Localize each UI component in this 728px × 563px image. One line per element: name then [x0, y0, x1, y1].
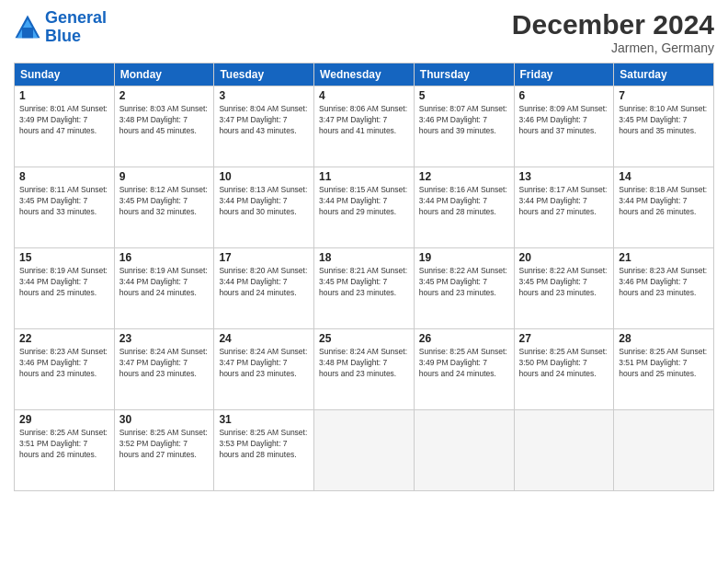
calendar-cell: 12Sunrise: 8:16 AM Sunset: 3:44 PM Dayli… — [414, 167, 514, 248]
day-number: 6 — [519, 89, 609, 102]
day-header-saturday: Saturday — [614, 63, 714, 86]
page: General Blue December 2024 Jarmen, Germa… — [0, 0, 728, 563]
day-header-tuesday: Tuesday — [214, 63, 314, 86]
day-number: 16 — [119, 251, 210, 264]
day-info: Sunrise: 8:23 AM Sunset: 3:46 PM Dayligh… — [619, 266, 709, 299]
calendar-cell: 24Sunrise: 8:24 AM Sunset: 3:47 PM Dayli… — [214, 329, 314, 410]
calendar-cell: 23Sunrise: 8:24 AM Sunset: 3:47 PM Dayli… — [114, 329, 214, 410]
calendar-cell: 14Sunrise: 8:18 AM Sunset: 3:44 PM Dayli… — [614, 167, 714, 248]
day-number: 31 — [219, 413, 309, 426]
day-number: 8 — [19, 170, 109, 183]
calendar-cell: 28Sunrise: 8:25 AM Sunset: 3:51 PM Dayli… — [614, 329, 714, 410]
week-row-1: 1Sunrise: 8:01 AM Sunset: 3:49 PM Daylig… — [15, 86, 714, 167]
day-info: Sunrise: 8:16 AM Sunset: 3:44 PM Dayligh… — [419, 185, 509, 218]
day-info: Sunrise: 8:19 AM Sunset: 3:44 PM Dayligh… — [119, 266, 210, 299]
day-info: Sunrise: 8:24 AM Sunset: 3:48 PM Dayligh… — [319, 347, 409, 380]
week-row-3: 15Sunrise: 8:19 AM Sunset: 3:44 PM Dayli… — [15, 248, 714, 329]
calendar-cell: 26Sunrise: 8:25 AM Sunset: 3:49 PM Dayli… — [414, 329, 514, 410]
day-number: 10 — [219, 170, 309, 183]
logo-text: General Blue — [45, 9, 107, 46]
day-info: Sunrise: 8:15 AM Sunset: 3:44 PM Dayligh… — [319, 185, 409, 218]
day-header-friday: Friday — [514, 63, 614, 86]
day-info: Sunrise: 8:25 AM Sunset: 3:50 PM Dayligh… — [519, 347, 609, 380]
calendar-cell — [614, 410, 714, 491]
calendar-cell: 21Sunrise: 8:23 AM Sunset: 3:46 PM Dayli… — [614, 248, 714, 329]
day-header-thursday: Thursday — [414, 63, 514, 86]
calendar-cell: 9Sunrise: 8:12 AM Sunset: 3:45 PM Daylig… — [114, 167, 214, 248]
calendar-cell: 10Sunrise: 8:13 AM Sunset: 3:44 PM Dayli… — [214, 167, 314, 248]
calendar-cell: 19Sunrise: 8:22 AM Sunset: 3:45 PM Dayli… — [414, 248, 514, 329]
day-number: 19 — [419, 251, 509, 264]
calendar-cell: 22Sunrise: 8:23 AM Sunset: 3:46 PM Dayli… — [15, 329, 115, 410]
day-info: Sunrise: 8:20 AM Sunset: 3:44 PM Dayligh… — [219, 266, 309, 299]
calendar-cell: 2Sunrise: 8:03 AM Sunset: 3:48 PM Daylig… — [114, 86, 214, 167]
day-info: Sunrise: 8:06 AM Sunset: 3:47 PM Dayligh… — [319, 104, 409, 137]
day-header-sunday: Sunday — [15, 63, 115, 86]
calendar-cell: 5Sunrise: 8:07 AM Sunset: 3:46 PM Daylig… — [414, 86, 514, 167]
calendar-cell: 16Sunrise: 8:19 AM Sunset: 3:44 PM Dayli… — [114, 248, 214, 329]
day-number: 29 — [19, 413, 109, 426]
day-info: Sunrise: 8:03 AM Sunset: 3:48 PM Dayligh… — [119, 104, 210, 137]
calendar-cell: 30Sunrise: 8:25 AM Sunset: 3:52 PM Dayli… — [114, 410, 214, 491]
day-info: Sunrise: 8:25 AM Sunset: 3:49 PM Dayligh… — [419, 347, 509, 380]
day-info: Sunrise: 8:13 AM Sunset: 3:44 PM Dayligh… — [219, 185, 309, 218]
calendar-cell: 3Sunrise: 8:04 AM Sunset: 3:47 PM Daylig… — [214, 86, 314, 167]
week-row-4: 22Sunrise: 8:23 AM Sunset: 3:46 PM Dayli… — [15, 329, 714, 410]
day-number: 22 — [19, 332, 109, 345]
logo-general: General — [45, 8, 107, 27]
day-number: 21 — [619, 251, 709, 264]
calendar-table: SundayMondayTuesdayWednesdayThursdayFrid… — [14, 63, 714, 491]
month-title: December 2024 — [512, 9, 714, 40]
day-number: 30 — [119, 413, 210, 426]
day-header-monday: Monday — [114, 63, 214, 86]
calendar-cell: 25Sunrise: 8:24 AM Sunset: 3:48 PM Dayli… — [314, 329, 415, 410]
day-info: Sunrise: 8:22 AM Sunset: 3:45 PM Dayligh… — [419, 266, 509, 299]
day-number: 23 — [119, 332, 210, 345]
day-info: Sunrise: 8:24 AM Sunset: 3:47 PM Dayligh… — [219, 347, 309, 380]
day-number: 28 — [619, 332, 709, 345]
calendar-cell — [314, 410, 415, 491]
day-number: 14 — [619, 170, 709, 183]
calendar-cell: 20Sunrise: 8:22 AM Sunset: 3:45 PM Dayli… — [514, 248, 614, 329]
day-number: 24 — [219, 332, 309, 345]
calendar-cell: 1Sunrise: 8:01 AM Sunset: 3:49 PM Daylig… — [15, 86, 115, 167]
calendar-cell: 31Sunrise: 8:25 AM Sunset: 3:53 PM Dayli… — [214, 410, 314, 491]
day-number: 12 — [419, 170, 509, 183]
day-number: 15 — [19, 251, 109, 264]
day-number: 17 — [219, 251, 309, 264]
calendar-cell: 6Sunrise: 8:09 AM Sunset: 3:46 PM Daylig… — [514, 86, 614, 167]
location: Jarmen, Germany — [512, 40, 714, 55]
day-number: 26 — [419, 332, 509, 345]
calendar-cell — [414, 410, 514, 491]
calendar-cell: 4Sunrise: 8:06 AM Sunset: 3:47 PM Daylig… — [314, 86, 415, 167]
calendar-cell: 7Sunrise: 8:10 AM Sunset: 3:45 PM Daylig… — [614, 86, 714, 167]
day-info: Sunrise: 8:25 AM Sunset: 3:51 PM Dayligh… — [619, 347, 709, 380]
svg-rect-2 — [22, 28, 33, 38]
day-number: 18 — [319, 251, 409, 264]
day-info: Sunrise: 8:12 AM Sunset: 3:45 PM Dayligh… — [119, 185, 210, 218]
day-info: Sunrise: 8:04 AM Sunset: 3:47 PM Dayligh… — [219, 104, 309, 137]
day-info: Sunrise: 8:25 AM Sunset: 3:51 PM Dayligh… — [19, 428, 109, 461]
calendar-cell: 29Sunrise: 8:25 AM Sunset: 3:51 PM Dayli… — [15, 410, 115, 491]
day-info: Sunrise: 8:17 AM Sunset: 3:44 PM Dayligh… — [519, 185, 609, 218]
day-info: Sunrise: 8:01 AM Sunset: 3:49 PM Dayligh… — [19, 104, 109, 137]
day-info: Sunrise: 8:19 AM Sunset: 3:44 PM Dayligh… — [19, 266, 109, 299]
day-number: 20 — [519, 251, 609, 264]
day-number: 27 — [519, 332, 609, 345]
calendar-cell: 8Sunrise: 8:11 AM Sunset: 3:45 PM Daylig… — [15, 167, 115, 248]
day-number: 3 — [219, 89, 309, 102]
day-number: 9 — [119, 170, 210, 183]
day-info: Sunrise: 8:11 AM Sunset: 3:45 PM Dayligh… — [19, 185, 109, 218]
day-number: 13 — [519, 170, 609, 183]
day-info: Sunrise: 8:23 AM Sunset: 3:46 PM Dayligh… — [19, 347, 109, 380]
week-row-2: 8Sunrise: 8:11 AM Sunset: 3:45 PM Daylig… — [15, 167, 714, 248]
calendar-cell: 15Sunrise: 8:19 AM Sunset: 3:44 PM Dayli… — [15, 248, 115, 329]
calendar-cell: 18Sunrise: 8:21 AM Sunset: 3:45 PM Dayli… — [314, 248, 415, 329]
day-header-wednesday: Wednesday — [314, 63, 415, 86]
day-info: Sunrise: 8:25 AM Sunset: 3:53 PM Dayligh… — [219, 428, 309, 461]
day-number: 11 — [319, 170, 409, 183]
week-row-5: 29Sunrise: 8:25 AM Sunset: 3:51 PM Dayli… — [15, 410, 714, 491]
day-number: 1 — [19, 89, 109, 102]
day-info: Sunrise: 8:24 AM Sunset: 3:47 PM Dayligh… — [119, 347, 210, 380]
day-info: Sunrise: 8:21 AM Sunset: 3:45 PM Dayligh… — [319, 266, 409, 299]
